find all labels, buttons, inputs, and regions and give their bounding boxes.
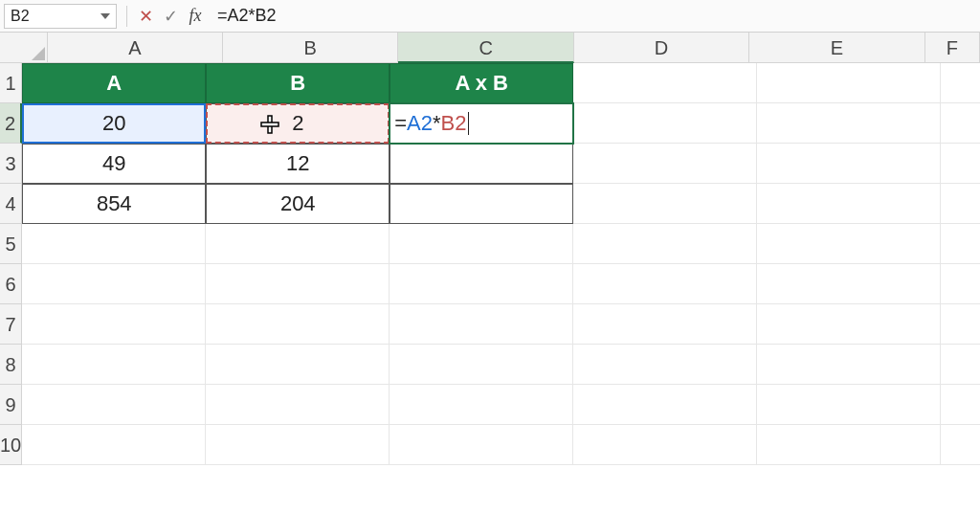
cell-E5[interactable] xyxy=(757,224,941,264)
cell-B4[interactable]: 204 xyxy=(206,184,390,224)
row-header-6[interactable]: 6 xyxy=(0,264,22,304)
cell-D6[interactable] xyxy=(573,264,757,304)
cell-C2-editing[interactable]: = A2 * B2 xyxy=(390,103,573,144)
cell-B5[interactable] xyxy=(206,224,390,264)
row-header-2[interactable]: 2 xyxy=(0,103,22,144)
row-header-7[interactable]: 7 xyxy=(0,304,22,345)
svg-rect-0 xyxy=(268,116,272,133)
cell-F4[interactable] xyxy=(941,184,980,224)
cell-A10[interactable] xyxy=(22,425,206,465)
cell-D4[interactable] xyxy=(573,184,757,224)
column-header-E[interactable]: E xyxy=(749,33,924,63)
cell-A6[interactable] xyxy=(22,264,206,304)
formula-bar: B2 ✕ ✓ fx =A2*B2 xyxy=(0,0,980,33)
cell-E4[interactable] xyxy=(757,184,941,224)
cell-C1[interactable]: A x B xyxy=(390,63,573,103)
cell-B2[interactable]: 2 xyxy=(206,103,390,144)
cell-C10[interactable] xyxy=(390,425,573,465)
cell-E10[interactable] xyxy=(757,425,941,465)
cell-F6[interactable] xyxy=(941,264,980,304)
svg-rect-1 xyxy=(261,123,278,126)
spreadsheet-grid: A B C D E F 1 2 3 4 5 6 7 8 9 10 A B A x… xyxy=(0,33,980,513)
row-header-5[interactable]: 5 xyxy=(0,224,22,264)
cell-B3[interactable]: 12 xyxy=(206,144,390,184)
cell-B2-value: 2 xyxy=(292,111,303,136)
row-header-9[interactable]: 9 xyxy=(0,385,22,425)
select-all-corner[interactable] xyxy=(0,33,48,63)
row-header-8[interactable]: 8 xyxy=(0,345,22,385)
check-icon: ✓ xyxy=(164,6,178,27)
cell-F1[interactable] xyxy=(941,63,980,103)
column-header-D[interactable]: D xyxy=(574,33,749,63)
cell-A3[interactable]: 49 xyxy=(22,144,206,184)
cancel-button[interactable]: ✕ xyxy=(135,6,156,27)
cell-A7[interactable] xyxy=(22,304,206,345)
cell-C9[interactable] xyxy=(390,385,573,425)
column-headers: A B C D E F xyxy=(0,33,980,63)
column-header-A[interactable]: A xyxy=(48,33,223,63)
text-cursor-icon xyxy=(468,112,469,135)
row-header-10[interactable]: 10 xyxy=(0,425,22,465)
cell-D8[interactable] xyxy=(573,345,757,385)
cell-D2[interactable] xyxy=(573,103,757,144)
cell-A4[interactable]: 854 xyxy=(22,184,206,224)
cell-C6[interactable] xyxy=(390,264,573,304)
cell-E2[interactable] xyxy=(757,103,941,144)
row-header-4[interactable]: 4 xyxy=(0,184,22,224)
cell-E9[interactable] xyxy=(757,385,941,425)
cell-A9[interactable] xyxy=(22,385,206,425)
row-header-1[interactable]: 1 xyxy=(0,63,22,103)
cell-E6[interactable] xyxy=(757,264,941,304)
cell-D9[interactable] xyxy=(573,385,757,425)
cell-A5[interactable] xyxy=(22,224,206,264)
cell-B1[interactable]: B xyxy=(206,63,390,103)
cell-E8[interactable] xyxy=(757,345,941,385)
formula-ref-B2: B2 xyxy=(441,111,467,136)
cell-B10[interactable] xyxy=(206,425,390,465)
cell-F9[interactable] xyxy=(941,385,980,425)
separator xyxy=(126,6,127,27)
selection-cursor-icon xyxy=(259,114,280,135)
accept-button[interactable]: ✓ xyxy=(160,6,181,27)
cell-B7[interactable] xyxy=(206,304,390,345)
cell-F3[interactable] xyxy=(941,144,980,184)
cell-F7[interactable] xyxy=(941,304,980,345)
cell-D1[interactable] xyxy=(573,63,757,103)
cell-B9[interactable] xyxy=(206,385,390,425)
cell-D5[interactable] xyxy=(573,224,757,264)
cell-F8[interactable] xyxy=(941,345,980,385)
cell-F2[interactable] xyxy=(941,103,980,144)
cell-D7[interactable] xyxy=(573,304,757,345)
formula-input[interactable]: =A2*B2 xyxy=(208,4,980,29)
cell-E7[interactable] xyxy=(757,304,941,345)
cell-A1[interactable]: A xyxy=(22,63,206,103)
column-header-C[interactable]: C xyxy=(398,33,573,63)
formula-equals: = xyxy=(394,111,407,136)
cell-C7[interactable] xyxy=(390,304,573,345)
formula-ref-A2: A2 xyxy=(407,111,433,136)
cell-C5[interactable] xyxy=(390,224,573,264)
name-box[interactable]: B2 xyxy=(4,4,117,29)
formula-operator: * xyxy=(433,111,441,136)
cell-A2[interactable]: 20 xyxy=(22,103,206,144)
name-box-value: B2 xyxy=(11,8,30,25)
row-header-3[interactable]: 3 xyxy=(0,144,22,184)
cell-C3[interactable] xyxy=(390,144,573,184)
cell-C8[interactable] xyxy=(390,345,573,385)
cell-B6[interactable] xyxy=(206,264,390,304)
cell-C4[interactable] xyxy=(390,184,573,224)
formula-text: =A2*B2 xyxy=(217,6,277,26)
insert-function-button[interactable]: fx xyxy=(185,6,206,27)
cell-D10[interactable] xyxy=(573,425,757,465)
column-header-B[interactable]: B xyxy=(223,33,398,63)
close-icon: ✕ xyxy=(139,6,153,27)
column-header-F[interactable]: F xyxy=(925,33,980,63)
cell-A8[interactable] xyxy=(22,345,206,385)
cell-area: A B A x B 20 2 xyxy=(22,63,980,465)
cell-F5[interactable] xyxy=(941,224,980,264)
cell-E1[interactable] xyxy=(757,63,941,103)
cell-B8[interactable] xyxy=(206,345,390,385)
cell-E3[interactable] xyxy=(757,144,941,184)
cell-F10[interactable] xyxy=(941,425,980,465)
cell-D3[interactable] xyxy=(573,144,757,184)
